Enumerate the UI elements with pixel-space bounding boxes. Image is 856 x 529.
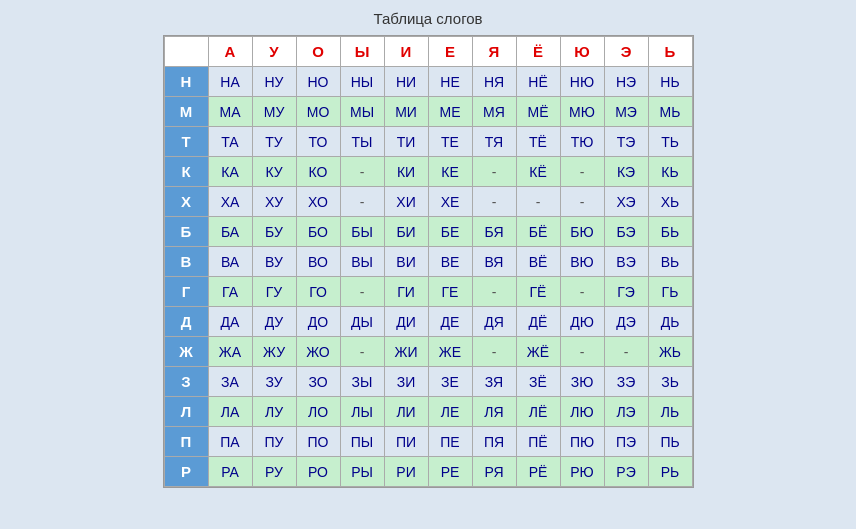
- syllable-cell: БЕ: [428, 217, 472, 247]
- syllable-cell: МЬ: [648, 97, 692, 127]
- syllable-cell: БЫ: [340, 217, 384, 247]
- syllable-table-container: АУОЫИЕЯЁЮЭЬ ННАНУНОНЫНИНЕНЯНЁНЮНЭНЬММАМУ…: [163, 35, 694, 488]
- syllable-cell: КЭ: [604, 157, 648, 187]
- syllable-cell: ЗЫ: [340, 367, 384, 397]
- syllable-cell: НЕ: [428, 67, 472, 97]
- syllable-cell: КА: [208, 157, 252, 187]
- consonant-Т: Т: [164, 127, 208, 157]
- consonant-П: П: [164, 427, 208, 457]
- syllable-cell: ТЫ: [340, 127, 384, 157]
- syllable-cell: -: [472, 187, 516, 217]
- syllable-cell: -: [604, 337, 648, 367]
- syllable-cell: ПЁ: [516, 427, 560, 457]
- header-vowel-Ю: Ю: [560, 37, 604, 67]
- syllable-cell: РЯ: [472, 457, 516, 487]
- header-vowel-Ь: Ь: [648, 37, 692, 67]
- syllable-cell: КО: [296, 157, 340, 187]
- syllable-cell: РЭ: [604, 457, 648, 487]
- syllable-cell: ЛО: [296, 397, 340, 427]
- syllable-cell: КЕ: [428, 157, 472, 187]
- syllable-cell: ДО: [296, 307, 340, 337]
- syllable-cell: КЁ: [516, 157, 560, 187]
- syllable-cell: ГЭ: [604, 277, 648, 307]
- header-vowel-И: И: [384, 37, 428, 67]
- syllable-cell: ЗЁ: [516, 367, 560, 397]
- syllable-cell: ЗО: [296, 367, 340, 397]
- syllable-cell: ХО: [296, 187, 340, 217]
- syllable-cell: РЬ: [648, 457, 692, 487]
- syllable-cell: ДЬ: [648, 307, 692, 337]
- syllable-cell: ПУ: [252, 427, 296, 457]
- syllable-cell: ТЭ: [604, 127, 648, 157]
- syllable-cell: -: [516, 187, 560, 217]
- syllable-cell: РЕ: [428, 457, 472, 487]
- syllable-cell: ВЫ: [340, 247, 384, 277]
- syllable-cell: ТЮ: [560, 127, 604, 157]
- syllable-cell: ТИ: [384, 127, 428, 157]
- consonant-Р: Р: [164, 457, 208, 487]
- syllable-cell: ЗЬ: [648, 367, 692, 397]
- syllable-cell: ВЭ: [604, 247, 648, 277]
- syllable-cell: -: [340, 157, 384, 187]
- syllable-cell: ХИ: [384, 187, 428, 217]
- syllable-cell: ЖА: [208, 337, 252, 367]
- syllable-cell: НО: [296, 67, 340, 97]
- syllable-cell: ДУ: [252, 307, 296, 337]
- syllable-cell: ТЁ: [516, 127, 560, 157]
- header-vowel-Е: Е: [428, 37, 472, 67]
- syllable-cell: ЛЁ: [516, 397, 560, 427]
- syllable-cell: МО: [296, 97, 340, 127]
- syllable-cell: ХУ: [252, 187, 296, 217]
- syllable-cell: ГУ: [252, 277, 296, 307]
- syllable-cell: МУ: [252, 97, 296, 127]
- syllable-cell: НА: [208, 67, 252, 97]
- syllable-cell: ДЕ: [428, 307, 472, 337]
- header-vowel-Ы: Ы: [340, 37, 384, 67]
- syllable-cell: РА: [208, 457, 252, 487]
- syllable-cell: ЗЭ: [604, 367, 648, 397]
- consonant-Ж: Ж: [164, 337, 208, 367]
- syllable-cell: ЗЮ: [560, 367, 604, 397]
- syllable-cell: ТЯ: [472, 127, 516, 157]
- syllable-cell: ТЬ: [648, 127, 692, 157]
- syllable-cell: НЮ: [560, 67, 604, 97]
- syllable-cell: ПЭ: [604, 427, 648, 457]
- syllable-cell: ПА: [208, 427, 252, 457]
- consonant-К: К: [164, 157, 208, 187]
- syllable-cell: НЬ: [648, 67, 692, 97]
- consonant-Г: Г: [164, 277, 208, 307]
- syllable-cell: ДИ: [384, 307, 428, 337]
- syllable-cell: НЯ: [472, 67, 516, 97]
- syllable-cell: ГЬ: [648, 277, 692, 307]
- syllable-cell: НЫ: [340, 67, 384, 97]
- syllable-cell: ХЬ: [648, 187, 692, 217]
- syllable-cell: ГИ: [384, 277, 428, 307]
- syllable-cell: ПЫ: [340, 427, 384, 457]
- syllable-cell: ЗИ: [384, 367, 428, 397]
- consonant-З: З: [164, 367, 208, 397]
- syllable-cell: КИ: [384, 157, 428, 187]
- syllable-cell: БИ: [384, 217, 428, 247]
- syllable-cell: ГЁ: [516, 277, 560, 307]
- header-vowel-Я: Я: [472, 37, 516, 67]
- syllable-cell: БЭ: [604, 217, 648, 247]
- syllable-cell: МЭ: [604, 97, 648, 127]
- syllable-cell: НУ: [252, 67, 296, 97]
- syllable-cell: -: [560, 187, 604, 217]
- consonant-Л: Л: [164, 397, 208, 427]
- syllable-cell: ПИ: [384, 427, 428, 457]
- syllable-cell: ЗЯ: [472, 367, 516, 397]
- syllable-cell: МЯ: [472, 97, 516, 127]
- syllable-cell: ДА: [208, 307, 252, 337]
- syllable-cell: -: [340, 337, 384, 367]
- syllable-cell: РЫ: [340, 457, 384, 487]
- syllable-cell: -: [472, 277, 516, 307]
- syllable-cell: ПЕ: [428, 427, 472, 457]
- syllable-cell: ПО: [296, 427, 340, 457]
- header-vowel-О: О: [296, 37, 340, 67]
- syllable-cell: ВЮ: [560, 247, 604, 277]
- syllable-cell: КЬ: [648, 157, 692, 187]
- syllable-cell: БА: [208, 217, 252, 247]
- syllable-cell: ЛЕ: [428, 397, 472, 427]
- syllable-cell: ЛИ: [384, 397, 428, 427]
